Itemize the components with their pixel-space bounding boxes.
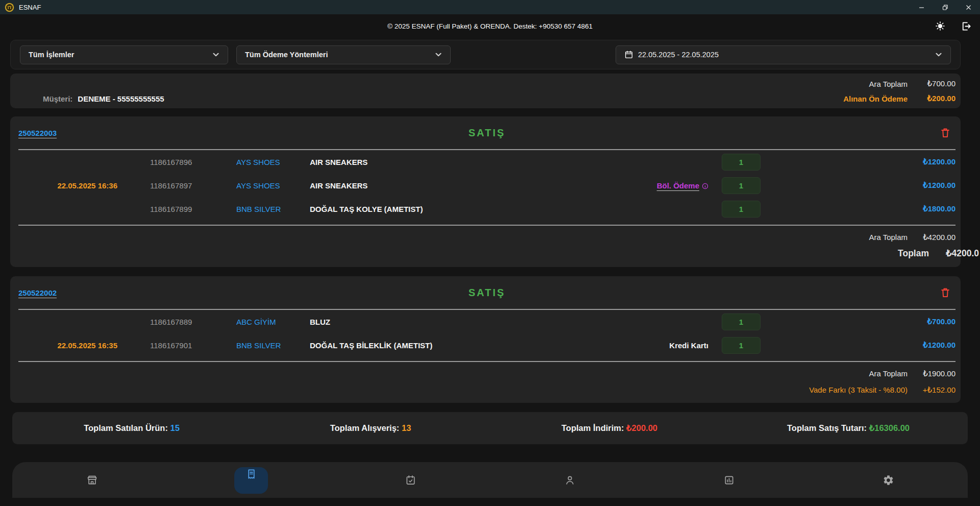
date-range-select[interactable]: 22.05.2025 - 22.05.2025: [616, 45, 951, 64]
trash-icon: [940, 287, 950, 298]
item-brand-link[interactable]: ABC GİYİM: [236, 318, 305, 326]
sale-item-row: 22.05.2025 16:36 1186167897 AYS SHOES AI…: [18, 174, 955, 197]
prepayment-label: Alınan Ön Ödeme: [843, 94, 908, 103]
sale-datetime: 22.05.2025 16:36: [18, 181, 117, 190]
minimize-button[interactable]: [910, 0, 933, 14]
sale-item-row: 1186167889 ABC GİYİM BLUZ 1 ₺700.00: [18, 310, 955, 333]
sun-icon: [935, 20, 946, 32]
sale-card: 250522002 SATIŞ 1186167889 ABC GİYİM BLU…: [10, 276, 961, 403]
nav-customers-button[interactable]: [490, 474, 649, 486]
nav-reports-button[interactable]: [649, 474, 808, 486]
item-price: ₺1800.00: [761, 204, 955, 213]
sale-card: 250522003 SATIŞ 1186167896 AYS SHOES AIR…: [10, 116, 961, 267]
total-sales-amount-value: ₺16306.00: [869, 423, 910, 432]
logout-icon: [960, 20, 972, 32]
item-brand-link[interactable]: AYS SHOES: [236, 181, 305, 190]
person-icon: [564, 474, 576, 486]
window-controls: [910, 0, 980, 14]
item-quantity-field[interactable]: 1: [722, 337, 761, 354]
subtotal-value: ₺1900.00: [914, 369, 955, 378]
nav-sales-button[interactable]: [172, 474, 331, 494]
customer-value: DENEME - 55555555555: [78, 94, 164, 103]
item-price: ₺1200.00: [761, 181, 955, 190]
nav-settings-button[interactable]: [808, 474, 968, 486]
item-brand-link[interactable]: AYS SHOES: [236, 158, 305, 166]
total-label: Toplam: [898, 248, 929, 259]
sale-type-label: SATIŞ: [18, 127, 955, 139]
item-product-name: AIR SNEAKERS: [310, 158, 708, 166]
delete-sale-button[interactable]: [940, 127, 950, 138]
item-product-name: DOĞAL TAŞ BİLEKLİK (AMETIST): [310, 341, 669, 350]
item-brand-link[interactable]: BNB SILVER: [236, 341, 305, 350]
divider: [18, 361, 955, 362]
item-quantity-field[interactable]: 1: [722, 177, 761, 194]
item-price: ₺1200.00: [761, 157, 955, 166]
summary-bar: Toplam Satılan Ürün: 15 Toplam Alışveriş…: [12, 412, 968, 444]
payment-methods-filter-select[interactable]: Tüm Ödeme Yöntemleri: [236, 45, 451, 64]
item-barcode: 1186167896: [150, 158, 201, 166]
total-sales-amount: Toplam Satış Tutarı: ₺16306.00: [729, 423, 968, 433]
sale-item-row: 22.05.2025 16:35 1186167901 BNB SILVER D…: [18, 333, 955, 357]
item-barcode: 1186167899: [150, 205, 201, 213]
item-product-name: DOĞAL TAŞ KOLYE (AMETIST): [310, 205, 708, 213]
subtotal-label: Ara Toplam: [869, 369, 908, 378]
total-items-sold-value: 15: [170, 423, 179, 432]
theme-toggle-button[interactable]: [935, 20, 946, 32]
receipt-icon: [246, 468, 257, 480]
chevron-down-icon: [212, 52, 219, 57]
copyright-text: © 2025 ESNAF (Full Paket) & ORENDA. Dest…: [387, 22, 593, 30]
split-payment-link[interactable]: Böl. Ödeme: [657, 181, 699, 190]
subtotal-value: ₺4200.00: [914, 233, 955, 242]
sale-datetime: 22.05.2025 16:35: [18, 341, 117, 350]
app-title: ESNAF: [19, 4, 41, 11]
info-icon[interactable]: [702, 183, 708, 189]
transactions-filter-select[interactable]: Tüm İşlemler: [20, 45, 228, 64]
subtotal-value: ₺700.00: [914, 79, 955, 88]
close-button[interactable]: [957, 0, 980, 14]
minimize-icon: [918, 4, 925, 11]
subtotal-label: Ara Toplam: [869, 233, 908, 242]
total-discount: Toplam İndirim: ₺200.00: [490, 423, 729, 433]
close-icon: [965, 4, 972, 11]
calendar-icon: [624, 50, 633, 59]
item-price: ₺700.00: [761, 317, 955, 326]
chevron-down-icon: [935, 52, 942, 57]
payment-method-label: Kredi Kartı: [669, 341, 708, 350]
maximize-button[interactable]: [933, 0, 957, 14]
total-discount-value: ₺200.00: [626, 423, 657, 432]
bottom-navigation: [12, 462, 968, 498]
logout-button[interactable]: [960, 20, 972, 32]
storefront-icon: [86, 474, 98, 486]
trash-icon: [940, 127, 950, 138]
subtotal-label: Ara Toplam: [869, 80, 908, 88]
delete-sale-button[interactable]: [940, 287, 950, 298]
item-price: ₺1200.00: [761, 341, 955, 350]
nav-orders-button[interactable]: [331, 474, 490, 486]
installment-surcharge-value: +₺152.00: [914, 385, 955, 395]
sale-type-label: SATIŞ: [18, 287, 955, 299]
filter-bar: Tüm İşlemler Tüm Ödeme Yöntemleri 22.05.…: [10, 40, 961, 69]
payment-methods-filter-value: Tüm Ödeme Yöntemleri: [245, 51, 328, 59]
item-barcode: 1186167897: [150, 181, 201, 190]
item-product-name: BLUZ: [310, 318, 708, 326]
item-barcode: 1186167901: [150, 341, 201, 350]
sale-item-row: 1186167899 BNB SILVER DOĞAL TAŞ KOLYE (A…: [18, 197, 955, 221]
item-brand-link[interactable]: BNB SILVER: [236, 205, 305, 213]
clipboard-check-icon: [405, 474, 416, 486]
item-quantity-field[interactable]: 1: [722, 314, 761, 330]
total-value: ₺4200.0: [935, 248, 979, 259]
topbar: © 2025 ESNAF (Full Paket) & ORENDA. Dest…: [0, 14, 980, 38]
prepayment-value: ₺200.00: [914, 94, 955, 103]
customer-card: Ara Toplam ₺700.00 Müşteri: DENEME - 555…: [10, 74, 961, 108]
item-quantity-field[interactable]: 1: [722, 154, 761, 171]
sales-list: Ara Toplam ₺700.00 Müşteri: DENEME - 555…: [10, 74, 961, 403]
item-barcode: 1186167889: [150, 318, 201, 326]
total-purchases-value: 13: [402, 423, 411, 432]
nav-store-button[interactable]: [12, 474, 172, 486]
sale-item-row: 1186167896 AYS SHOES AIR SNEAKERS 1 ₺120…: [18, 150, 955, 174]
divider: [18, 225, 955, 226]
item-quantity-field[interactable]: 1: [722, 201, 761, 218]
chevron-down-icon: [435, 52, 442, 57]
transactions-filter-value: Tüm İşlemler: [29, 51, 74, 59]
restore-icon: [942, 4, 948, 11]
